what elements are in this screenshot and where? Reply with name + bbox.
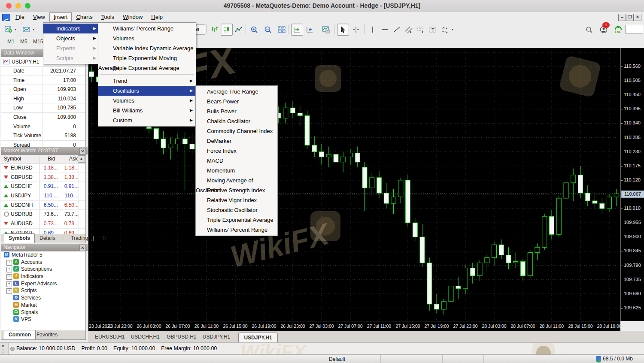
profiles-button[interactable]	[21, 24, 33, 36]
market-watch-row-usdrub[interactable]: USDRUB73.6...73.7...	[1, 210, 85, 219]
navigator-title[interactable]: Navigator	[1, 244, 88, 251]
market-watch-title[interactable]: Market Watch: 20:37:37	[1, 147, 88, 154]
column-bid[interactable]: Bid	[48, 156, 55, 162]
menu-item-relative-strength-index[interactable]: Relative Strength Index	[196, 185, 277, 195]
arrows-button[interactable]	[439, 24, 451, 36]
navigator-item-indicators[interactable]: +fIndicators	[1, 273, 85, 280]
menu-item-triple-exponential-moving-average[interactable]: Triple Exponential Moving Average	[98, 53, 196, 63]
line-chart-button[interactable]	[233, 24, 245, 36]
equidistant-channel-button[interactable]: E	[403, 24, 415, 36]
vertical-line-button[interactable]	[367, 24, 379, 36]
auto-scroll-button[interactable]	[291, 24, 303, 36]
expand-icon[interactable]: +	[6, 260, 12, 266]
chart-tab-0[interactable]: EURUSD,H1	[95, 334, 125, 340]
menu-item-triple-exponential-average[interactable]: Triple Exponential Average	[98, 63, 196, 73]
market-watch-header[interactable]: Symbol Bid Ask ▲	[1, 155, 85, 163]
tab-favorites[interactable]: Favorites	[32, 330, 62, 339]
menu-item-custom[interactable]: Custom▶	[98, 115, 196, 125]
menu-item-indicators[interactable]: Indicators▶	[43, 24, 99, 33]
menu-item-williams-percent-range[interactable]: Williams' Percent Range	[196, 225, 277, 235]
zoom-in-button[interactable]	[248, 24, 260, 36]
market-watch-row-usdjpy[interactable]: USDJPY110....110....	[1, 191, 85, 201]
chart-minimize-button[interactable]: –	[618, 14, 626, 21]
navigator-item-accounts[interactable]: +AAccounts	[1, 259, 85, 266]
fibonacci-button[interactable]: F	[415, 24, 427, 36]
tab-ti[interactable]: Ti	[98, 234, 111, 242]
expand-icon[interactable]: +	[6, 274, 12, 280]
candlestick-chart-button[interactable]	[221, 24, 233, 36]
menubar-item-help[interactable]: Help	[147, 12, 167, 21]
community-button[interactable]: 1	[598, 24, 610, 36]
tab-details[interactable]: Details	[35, 234, 60, 242]
menu-item-oscillators[interactable]: Oscillators▶	[98, 86, 196, 96]
menubar-item-charts[interactable]: Charts	[72, 12, 97, 21]
menu-item-bears-power[interactable]: Bears Power	[196, 97, 277, 106]
chart-tab-4[interactable]: USDJPY,H1	[238, 333, 277, 343]
navigator-item-subscriptions[interactable]: +✓Subscriptions	[1, 266, 85, 273]
timeframe-button-m5[interactable]: M5	[17, 38, 30, 46]
menubar-item-file[interactable]: File	[11, 12, 29, 21]
menu-item-relative-vigor-index[interactable]: Relative Vigor Index	[196, 195, 277, 205]
navigator-item-vps[interactable]: VVPS	[1, 316, 85, 323]
menu-item-chaikin-oscillator[interactable]: Chaikin Oscillator	[196, 116, 277, 126]
menubar-item-window[interactable]: Window	[118, 12, 147, 21]
crosshair-button[interactable]	[350, 24, 362, 36]
menu-item-stochastic-oscillator[interactable]: Stochastic Oscillator	[196, 205, 277, 215]
navigator-item-scripts[interactable]: +SScripts	[1, 287, 85, 294]
menu-item-trend[interactable]: Trend▶	[98, 76, 196, 86]
menu-item-williams-percent-range[interactable]: Williams' Percent Range	[98, 24, 196, 33]
search-button[interactable]	[583, 24, 595, 36]
zoom-out-button[interactable]	[262, 24, 274, 36]
toolbox-close-icon[interactable]: ✕	[1, 344, 5, 348]
toolbar-search-input[interactable]	[625, 25, 643, 33]
indicators-window-button[interactable]	[320, 24, 332, 36]
expand-icon[interactable]: +	[6, 288, 12, 294]
menu-item-volumes[interactable]: Volumes	[98, 33, 196, 43]
menubar-item-tools[interactable]: Tools	[97, 12, 118, 21]
bar-chart-button[interactable]	[209, 24, 221, 36]
chart-tab-1[interactable]: USDCHF,H1	[131, 334, 160, 340]
menu-item-force-index[interactable]: Force Index	[196, 146, 277, 156]
expand-icon[interactable]: +	[6, 267, 12, 272]
navigator-item-expert-advisors[interactable]: +EExpert Advisors	[1, 280, 85, 287]
objects-more-caret-icon[interactable]: ▾	[452, 27, 453, 31]
profile-selector[interactable]: Default	[325, 355, 381, 363]
time-axis[interactable]: 23 Jul 202123 Jul 23:0026 Jul 03:0026 Ju…	[88, 321, 620, 331]
column-ask[interactable]: Ask	[69, 156, 78, 162]
tab-symbols[interactable]: Symbols	[4, 233, 35, 243]
market-watch-row-eurusd[interactable]: EURUSD1.18...1.18...	[1, 163, 85, 173]
trendline-button[interactable]	[391, 24, 403, 36]
chart-close-button[interactable]: ✕	[634, 14, 641, 21]
cursor-button[interactable]	[337, 24, 349, 36]
menu-item-momentum[interactable]: Momentum	[196, 166, 277, 175]
price-axis[interactable]: 110.560110.505110.450110.395110.340110.2…	[620, 48, 644, 321]
market-watch-close-icon[interactable]: ✕	[79, 148, 86, 154]
profiles-caret-icon[interactable]: ▾	[33, 27, 34, 31]
menu-item-average-true-range[interactable]: Average True Range	[196, 87, 277, 97]
menu-item-volumes[interactable]: Volumes▶	[98, 96, 196, 106]
column-symbol[interactable]: Symbol	[4, 156, 21, 162]
chart-restore-button[interactable]: ❐	[626, 14, 634, 21]
menu-item-objects[interactable]: Objects▶	[43, 33, 99, 43]
timeframe-button-m1[interactable]: M1	[4, 38, 18, 46]
tab-common[interactable]: Common	[4, 330, 36, 339]
market-watch-row-usdcnh[interactable]: USDCNH6.50...6.50...	[1, 201, 85, 210]
menu-item-bulls-power[interactable]: Bulls Power	[196, 106, 277, 116]
menu-item-macd[interactable]: MACD	[196, 156, 277, 166]
chart-tab-3[interactable]: USDJPY,H1	[203, 334, 230, 340]
menu-item-commodity-channel-index[interactable]: Commodity Channel Index	[196, 126, 277, 136]
market-watch-row-gbpusd[interactable]: GBPUSD1.38...1.38...	[1, 173, 85, 182]
menu-item-variable-index-dynamic-average[interactable]: Variable Index Dynamic Average	[98, 43, 196, 53]
text-label-button[interactable]: T	[427, 24, 439, 36]
menubar-item-view[interactable]: View	[29, 12, 49, 21]
menu-item-bill-williams[interactable]: Bill Williams▶	[98, 106, 196, 115]
menu-item-triple-exponential-average[interactable]: Triple Exponential Average	[196, 215, 277, 225]
tab-trading[interactable]: Trading	[67, 234, 92, 242]
tile-windows-button[interactable]	[276, 24, 288, 36]
navigator-item-services[interactable]: ⚙Services	[1, 294, 85, 302]
navigator-close-icon[interactable]: ✕	[79, 245, 86, 251]
toolbox-grip[interactable]	[3, 349, 5, 353]
market-watch-row-usdchf[interactable]: USDCHF0.91...0.91...	[1, 182, 85, 191]
new-chart-caret-icon[interactable]: ▾	[15, 27, 16, 31]
chart-shift-button[interactable]	[304, 24, 316, 36]
